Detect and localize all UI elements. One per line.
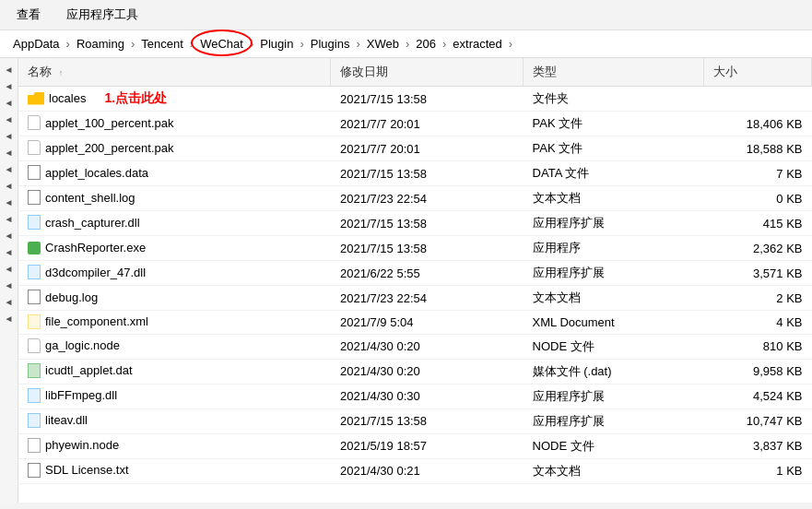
side-arrow-btn-15[interactable]: ◄ bbox=[3, 295, 16, 308]
table-row[interactable]: liteav.dll2021/7/15 13:58应用程序扩展10,747 KB bbox=[18, 408, 812, 433]
file-date: 2021/7/15 13:58 bbox=[331, 161, 524, 186]
breadcrumb-item-extracted[interactable]: extracted bbox=[449, 35, 505, 53]
table-row[interactable]: d3dcompiler_47.dll2021/6/22 5:55应用程序扩展3,… bbox=[18, 261, 812, 286]
breadcrumb-item-xweb[interactable]: XWeb bbox=[363, 35, 403, 53]
file-date: 2021/5/19 18:57 bbox=[331, 433, 524, 458]
file-size: 2 KB bbox=[703, 286, 811, 311]
breadcrumb-sep-6: › bbox=[356, 37, 359, 51]
side-arrow-btn-6[interactable]: ◄ bbox=[3, 146, 16, 159]
step-hint: 1.点击此处 bbox=[104, 90, 167, 105]
file-size: 810 KB bbox=[703, 334, 811, 359]
breadcrumb-sep-2: › bbox=[131, 37, 135, 51]
file-date: 2021/7/7 20:01 bbox=[331, 112, 524, 136]
breadcrumb-item-wechat[interactable]: WeChat bbox=[196, 35, 247, 53]
breadcrumb-sep-8: › bbox=[442, 37, 446, 51]
file-name: ga_logic.node bbox=[45, 338, 120, 352]
file-name: liteav.dll bbox=[45, 413, 88, 427]
table-row[interactable]: phyewin.node2021/5/19 18:57NODE 文件3,837 … bbox=[18, 433, 812, 458]
breadcrumb-sep-3: › bbox=[190, 37, 194, 51]
file-name: crash_capturer.dll bbox=[45, 216, 140, 230]
side-arrow-btn-7[interactable]: ◄ bbox=[3, 162, 16, 175]
file-type: 应用程序扩展 bbox=[524, 211, 704, 236]
file-date: 2021/4/30 0:30 bbox=[331, 384, 524, 408]
file-name: d3dcompiler_47.dll bbox=[45, 266, 146, 279]
file-type: 应用程序扩展 bbox=[524, 261, 704, 286]
file-type: DATA 文件 bbox=[524, 161, 704, 186]
file-size: 18,588 KB bbox=[703, 136, 811, 161]
table-row[interactable]: locales1.点击此处2021/7/15 13:58文件夹 bbox=[18, 87, 812, 112]
file-type: 文本文档 bbox=[524, 286, 704, 311]
file-type: 应用程序扩展 bbox=[524, 384, 704, 408]
toolbar: 查看 应用程序工具 bbox=[0, 0, 812, 30]
col-date-label: 修改日期 bbox=[340, 65, 388, 78]
col-header-size[interactable]: 大小 bbox=[703, 58, 811, 87]
breadcrumb-item-plugins[interactable]: Plugins bbox=[307, 35, 354, 53]
breadcrumb-item-plugin[interactable]: Plugin bbox=[256, 35, 297, 53]
table-row[interactable]: applet_200_percent.pak2021/7/7 20:01PAK … bbox=[18, 136, 812, 161]
breadcrumb-sep-7: › bbox=[406, 37, 409, 51]
side-arrow-btn-11[interactable]: ◄ bbox=[3, 229, 16, 242]
file-type: NODE 文件 bbox=[524, 433, 704, 458]
file-date: 2021/7/15 13:58 bbox=[331, 236, 524, 261]
table-row[interactable]: content_shell.log2021/7/23 22:54文本文档0 KB bbox=[18, 186, 812, 211]
toolbar-apptool-btn[interactable]: 应用程序工具 bbox=[57, 4, 147, 26]
table-row[interactable]: applet_100_percent.pak2021/7/7 20:01PAK … bbox=[18, 112, 812, 136]
table-row[interactable]: SDL License.txt2021/4/30 0:21文本文档1 KB bbox=[18, 458, 812, 483]
file-name: applet_locales.data bbox=[45, 166, 148, 180]
table-row[interactable]: ga_logic.node2021/4/30 0:20NODE 文件810 KB bbox=[18, 334, 812, 359]
col-name-label: 名称 bbox=[28, 65, 52, 78]
file-size: 3,837 KB bbox=[703, 433, 811, 458]
side-arrow-btn-5[interactable]: ◄ bbox=[3, 129, 16, 142]
sort-arrow-name: ↑ bbox=[59, 68, 64, 77]
file-size: 9,958 KB bbox=[703, 359, 811, 384]
side-arrow-btn-13[interactable]: ◄ bbox=[3, 262, 16, 275]
table-row[interactable]: libFFmpeg.dll2021/4/30 0:30应用程序扩展4,524 K… bbox=[18, 384, 812, 408]
file-type: 应用程序扩展 bbox=[524, 408, 704, 433]
toolbar-view-btn[interactable]: 查看 bbox=[7, 4, 50, 26]
file-date: 2021/4/30 0:20 bbox=[331, 359, 524, 384]
file-type: 文本文档 bbox=[524, 458, 704, 483]
side-arrow-btn-3[interactable]: ◄ bbox=[3, 96, 16, 109]
file-size: 415 KB bbox=[703, 211, 811, 236]
side-arrow-btn-1[interactable]: ◄ bbox=[3, 63, 16, 76]
breadcrumb-item-roaming[interactable]: Roaming bbox=[73, 35, 128, 53]
table-row[interactable]: crash_capturer.dll2021/7/15 13:58应用程序扩展4… bbox=[18, 211, 812, 236]
side-arrow-btn-16[interactable]: ◄ bbox=[3, 312, 16, 325]
file-type: 应用程序 bbox=[524, 236, 704, 261]
breadcrumb-sep-4: › bbox=[250, 37, 253, 51]
breadcrumb-item-tencent[interactable]: Tencent bbox=[137, 35, 187, 53]
side-arrow-btn-14[interactable]: ◄ bbox=[3, 278, 16, 291]
table-row[interactable]: applet_locales.data2021/7/15 13:58DATA 文… bbox=[18, 161, 812, 186]
side-arrow-btn-4[interactable]: ◄ bbox=[3, 112, 16, 125]
side-arrow-btn-2[interactable]: ◄ bbox=[3, 79, 16, 92]
table-row[interactable]: CrashReporter.exe2021/7/15 13:58应用程序2,36… bbox=[18, 236, 812, 261]
col-type-label: 类型 bbox=[533, 65, 557, 78]
col-header-name[interactable]: 名称 ↑ bbox=[18, 58, 331, 87]
table-row[interactable]: debug.log2021/7/23 22:54文本文档2 KB bbox=[18, 286, 812, 311]
file-size: 1 KB bbox=[703, 458, 811, 483]
breadcrumb-item-appdata[interactable]: AppData bbox=[9, 35, 64, 53]
side-arrow-btn-10[interactable]: ◄ bbox=[3, 212, 16, 225]
file-name: applet_100_percent.pak bbox=[45, 116, 174, 130]
file-size: 10,747 KB bbox=[703, 408, 811, 433]
col-header-type[interactable]: 类型 bbox=[524, 58, 704, 87]
col-header-date[interactable]: 修改日期 bbox=[331, 58, 524, 87]
breadcrumb-item-206[interactable]: 206 bbox=[412, 35, 440, 53]
file-name: content_shell.log bbox=[45, 191, 135, 205]
side-arrow-btn-12[interactable]: ◄ bbox=[3, 245, 16, 258]
side-arrow-btn-8[interactable]: ◄ bbox=[3, 179, 16, 192]
table-row[interactable]: icudtl_applet.dat2021/4/30 0:20媒体文件 (.da… bbox=[18, 359, 812, 384]
file-name: file_component.xml bbox=[45, 314, 148, 328]
breadcrumb-sep-9: › bbox=[509, 37, 512, 51]
file-date: 2021/7/23 22:54 bbox=[331, 186, 524, 211]
file-size bbox=[703, 87, 811, 112]
file-date: 2021/7/9 5:04 bbox=[331, 311, 524, 335]
file-date: 2021/7/7 20:01 bbox=[331, 136, 524, 161]
file-explorer: 名称 ↑ 修改日期 类型 大小 locales1.点击此处2021/7/15 1… bbox=[18, 58, 812, 503]
breadcrumb: AppData › Roaming › Tencent › WeChat › P… bbox=[0, 30, 812, 58]
table-row[interactable]: file_component.xml2021/7/9 5:04XML Docum… bbox=[18, 311, 812, 335]
file-name: icudtl_applet.dat bbox=[45, 363, 133, 377]
breadcrumb-sep-5: › bbox=[300, 37, 303, 51]
file-size: 0 KB bbox=[703, 186, 811, 211]
side-arrow-btn-9[interactable]: ◄ bbox=[3, 195, 16, 208]
